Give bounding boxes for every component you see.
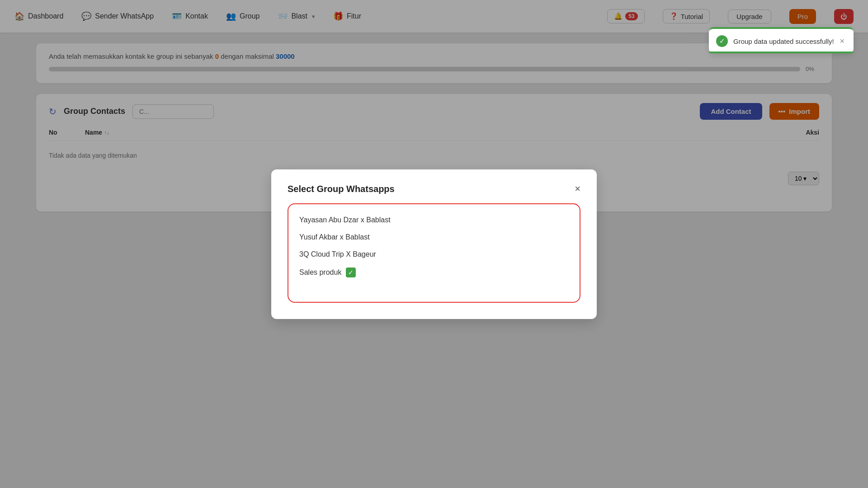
toast-close-button[interactable]: × xyxy=(840,37,844,46)
modal-header: Select Group Whatsapps × xyxy=(288,184,580,194)
item-label: Yayasan Abu Dzar x Bablast xyxy=(299,216,391,224)
select-group-modal: Select Group Whatsapps × Yayasan Abu Dza… xyxy=(271,169,597,319)
item-label: 3Q Cloud Trip X Bageur xyxy=(299,250,376,258)
modal-overlay[interactable]: Select Group Whatsapps × Yayasan Abu Dza… xyxy=(0,0,868,488)
item-label: Yusuf Akbar x Bablast xyxy=(299,233,370,241)
item-label: Sales produk xyxy=(299,268,341,277)
toast-check-icon: ✓ xyxy=(716,35,728,47)
modal-title: Select Group Whatsapps xyxy=(288,184,395,194)
list-item[interactable]: Yayasan Abu Dzar x Bablast xyxy=(297,211,571,229)
modal-close-button[interactable]: × xyxy=(575,184,580,194)
success-toast: ✓ Group data updated successfully! × xyxy=(709,27,854,53)
checkbox-checked-icon: ✓ xyxy=(346,267,356,277)
modal-list: Yayasan Abu Dzar x Bablast Yusuf Akbar x… xyxy=(288,203,580,303)
list-item[interactable]: 3Q Cloud Trip X Bageur xyxy=(297,246,571,263)
toast-progress-bar xyxy=(709,52,854,53)
list-item-sales[interactable]: Sales produk ✓ xyxy=(297,263,571,282)
list-item[interactable]: Yusuf Akbar x Bablast xyxy=(297,229,571,246)
toast-message: Group data updated successfully! xyxy=(733,38,834,45)
